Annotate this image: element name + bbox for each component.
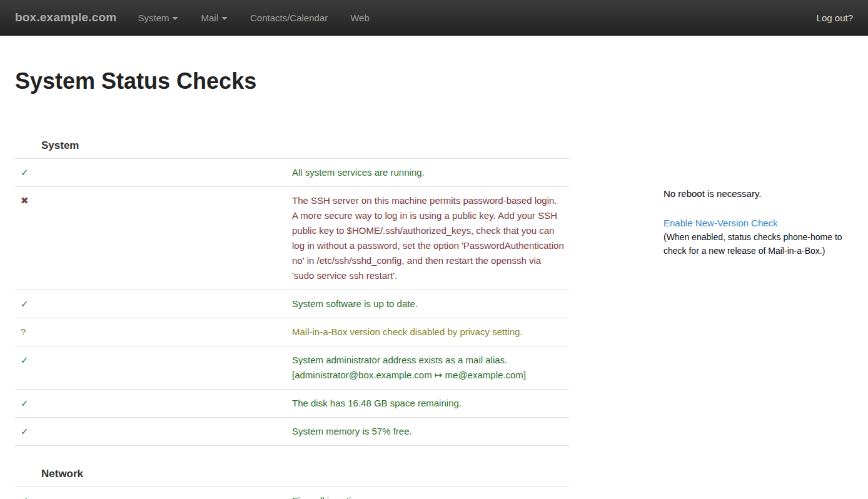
checks-table-body: System✓All system services are running.✖… — [15, 118, 569, 499]
navbar-menu: System Mail Contacts/Calendar Web — [126, 0, 380, 36]
status-check-row: ✓The disk has 16.48 GB space remaining. — [15, 390, 569, 418]
status-check-row: ✓System software is up to date. — [15, 290, 569, 318]
nav-item-system-label: System — [138, 13, 169, 23]
enable-version-check-link[interactable]: Enable New-Version Check — [664, 216, 778, 229]
status-check-text: The SSH server on this machine permits p… — [292, 187, 569, 290]
status-check-text: System software is up to date. — [292, 290, 569, 318]
page-title: System Status Checks — [15, 68, 868, 94]
status-ok-icon: ✓ — [15, 290, 292, 318]
status-check-text: System administrator address exists as a… — [292, 346, 569, 390]
caret-down-icon — [172, 17, 178, 20]
status-ok-icon: ✓ — [15, 390, 292, 418]
status-check-text: Firewall is active. — [292, 487, 569, 499]
nav-item-system[interactable]: System — [126, 0, 189, 36]
status-side-panel: No reboot is necessary. Enable New-Versi… — [664, 187, 859, 258]
status-check-row: ✓Firewall is active. — [15, 487, 569, 499]
navbar-brand[interactable]: box.example.com — [0, 11, 116, 24]
nav-item-web[interactable]: Web — [339, 0, 381, 36]
status-check-text: Mail-in-a-Box version check disabled by … — [292, 318, 569, 346]
logout-link[interactable]: Log out? — [817, 13, 868, 23]
status-check-row: ✓System memory is 57% free. — [15, 418, 569, 446]
caret-down-icon — [221, 17, 228, 20]
status-warning-icon: ? — [15, 318, 292, 346]
page-body: System Status Checks System✓All system s… — [0, 68, 868, 499]
system-checks-table: System✓All system services are running.✖… — [15, 118, 569, 499]
section-heading: Network — [15, 446, 569, 487]
section-heading: System — [15, 118, 569, 159]
nav-item-mail[interactable]: Mail — [189, 0, 239, 36]
status-ok-icon: ✓ — [15, 418, 292, 446]
section-heading-row: System — [15, 118, 569, 159]
status-error-icon: ✖ — [15, 187, 292, 290]
version-check-note: (When enabled, status checks phone-home … — [664, 230, 859, 258]
status-check-row: ✖The SSH server on this machine permits … — [15, 187, 569, 290]
section-heading-row: Network — [15, 446, 569, 487]
status-check-row: ?Mail-in-a-Box version check disabled by… — [15, 318, 569, 346]
status-check-text: The disk has 16.48 GB space remaining. — [292, 390, 569, 418]
status-ok-icon: ✓ — [15, 487, 292, 499]
status-check-text: System memory is 57% free. — [292, 418, 569, 446]
status-check-row: ✓All system services are running. — [15, 159, 569, 187]
navbar: box.example.com System Mail Contacts/Cal… — [0, 0, 868, 36]
status-check-row: ✓System administrator address exists as … — [15, 346, 569, 390]
nav-item-mail-label: Mail — [201, 13, 218, 23]
reboot-status-text: No reboot is necessary. — [664, 187, 859, 200]
status-check-text: All system services are running. — [292, 159, 569, 187]
status-ok-icon: ✓ — [15, 159, 292, 187]
version-check-block: Enable New-Version Check (When enabled, … — [664, 216, 859, 258]
nav-item-contacts-calendar[interactable]: Contacts/Calendar — [239, 0, 339, 36]
status-ok-icon: ✓ — [15, 346, 292, 390]
